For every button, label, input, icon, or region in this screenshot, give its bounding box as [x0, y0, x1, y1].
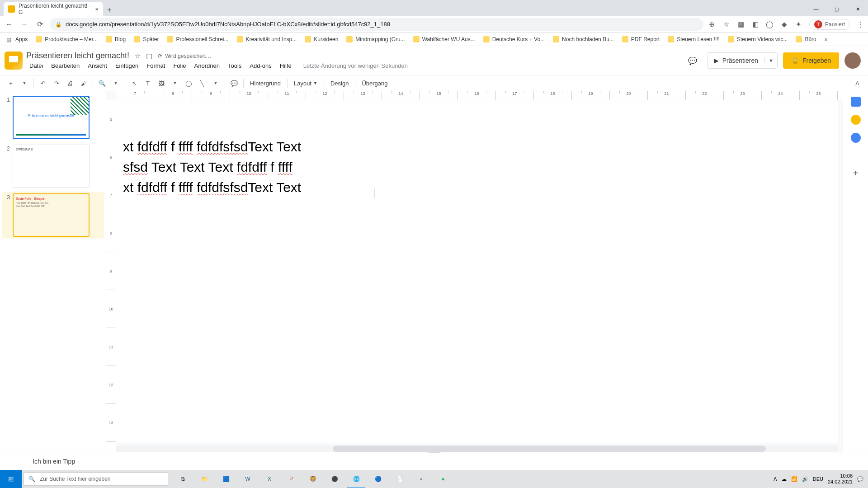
- tray-clock[interactable]: 10:08 24.02.2021: [828, 473, 853, 485]
- slide-thumbnail-2[interactable]: DIPEMMAS: [13, 145, 90, 188]
- calendar-icon[interactable]: [851, 97, 861, 107]
- text-content[interactable]: xt fdfdff f ffff fdfdfsfsdText Text sfsd…: [123, 136, 301, 197]
- browser-tab[interactable]: Präsentieren leicht gemacht! - G ×: [4, 2, 103, 16]
- ext3-icon[interactable]: ◆: [780, 20, 788, 28]
- share-button[interactable]: 🔒 Freigeben: [783, 52, 839, 69]
- bookmark-overflow[interactable]: »: [822, 34, 830, 44]
- ruler-horizontal[interactable]: 78910111213141516171819202122232425: [116, 91, 843, 100]
- excel-icon[interactable]: X: [259, 470, 280, 488]
- forward-button[interactable]: →: [19, 19, 30, 30]
- horizontal-scrollbar[interactable]: [116, 446, 838, 452]
- minimize-button[interactable]: —: [806, 2, 826, 16]
- bookmark-apps[interactable]: ⊞Apps: [4, 34, 30, 44]
- new-slide-button[interactable]: +: [5, 77, 17, 89]
- bookmark-item[interactable]: Kreativität und Insp...: [234, 34, 300, 44]
- undo-button[interactable]: ↶: [37, 77, 49, 89]
- spotify-icon[interactable]: ●: [432, 470, 454, 488]
- zoom-button[interactable]: 🔍: [96, 77, 108, 89]
- word-icon[interactable]: W: [237, 470, 259, 488]
- line-dropdown[interactable]: ▼: [209, 77, 222, 89]
- notepad-icon[interactable]: 📄: [389, 470, 410, 488]
- slide-thumbnail-1[interactable]: Präsentieren leicht gemacht!: [13, 96, 90, 139]
- shape-tool[interactable]: ◯: [182, 77, 195, 89]
- menu-einfuegen[interactable]: Einfügen: [112, 61, 142, 70]
- ext2-icon[interactable]: ◯: [766, 20, 774, 28]
- image-dropdown[interactable]: ▼: [169, 77, 181, 89]
- menu-datei[interactable]: Datei: [26, 61, 46, 70]
- tray-notifications-icon[interactable]: 💬: [857, 476, 863, 482]
- select-tool[interactable]: ↖: [128, 77, 141, 89]
- profile-pill[interactable]: T Pausiert: [809, 19, 850, 30]
- bookmark-item[interactable]: Produktsuche – Mer...: [33, 34, 100, 44]
- tasks-icon[interactable]: [851, 133, 861, 143]
- redo-button[interactable]: ↷: [50, 77, 63, 89]
- comment-tool[interactable]: 💬: [228, 77, 241, 89]
- extensions-icon[interactable]: ✦: [795, 20, 803, 28]
- background-button[interactable]: Hintergrund: [246, 77, 284, 89]
- bookmark-item[interactable]: Professionell Schrei...: [164, 34, 231, 44]
- close-window-button[interactable]: ✕: [847, 2, 868, 16]
- bookmark-item[interactable]: PDF Report: [619, 34, 662, 44]
- app-icon[interactable]: 🟦: [215, 470, 237, 488]
- textbox-tool[interactable]: T: [142, 77, 154, 89]
- explorer-icon[interactable]: 📁: [193, 470, 215, 488]
- image-tool[interactable]: 🖼: [155, 77, 168, 89]
- design-button[interactable]: Design: [327, 77, 352, 89]
- doc-title[interactable]: Präsentieren leicht gemacht!: [26, 51, 129, 61]
- chrome-icon[interactable]: 🌐: [345, 470, 367, 488]
- menu-addons[interactable]: Add-ons: [246, 61, 274, 70]
- bookmark-item[interactable]: Wahlfächer WU Aus...: [410, 34, 478, 44]
- speaker-notes[interactable]: Ich bin ein Tipp: [0, 452, 868, 470]
- keep-icon[interactable]: [851, 115, 861, 125]
- tray-cloud-icon[interactable]: ☁: [782, 476, 787, 482]
- bookmark-item[interactable]: Blog: [103, 34, 128, 44]
- new-tab-button[interactable]: +: [103, 4, 116, 16]
- back-button[interactable]: ←: [4, 19, 14, 30]
- account-avatar[interactable]: [844, 52, 861, 69]
- line-tool[interactable]: ╲: [196, 77, 208, 89]
- obs-icon[interactable]: ⚫: [324, 470, 345, 488]
- slides-logo-icon[interactable]: [5, 52, 23, 70]
- move-doc-icon[interactable]: ▢: [146, 52, 152, 60]
- star-doc-icon[interactable]: ☆: [135, 52, 141, 60]
- menu-format[interactable]: Format: [143, 61, 168, 70]
- menu-folie[interactable]: Folie: [170, 61, 189, 70]
- tray-chevron-icon[interactable]: ᐱ: [774, 476, 777, 482]
- bookmark-item[interactable]: Später: [131, 34, 161, 44]
- present-button[interactable]: ▶Präsentieren ▼: [707, 52, 778, 69]
- slide-thumbnail-3[interactable]: Erste Folie - Beispiel Text fdfdff f fff…: [13, 193, 90, 237]
- start-button[interactable]: ⊞: [0, 470, 22, 488]
- menu-icon[interactable]: ⋮: [856, 20, 864, 28]
- slide-canvas[interactable]: xt fdfdff f ffff fdfdfsfsdText Text sfsd…: [116, 100, 838, 443]
- bookmark-item[interactable]: Kursideen: [302, 34, 341, 44]
- tray-wifi-icon[interactable]: 📶: [791, 476, 797, 482]
- transition-button[interactable]: Übergang: [358, 77, 391, 89]
- layout-button[interactable]: Layout ▼: [290, 77, 321, 89]
- present-dropdown[interactable]: ▼: [764, 58, 777, 63]
- print-button[interactable]: 🖨: [64, 77, 76, 89]
- ruler-vertical[interactable]: 5678910111213: [106, 100, 116, 452]
- zoom-dropdown[interactable]: ▼: [109, 77, 122, 89]
- last-edit-text[interactable]: Letzte Änderung vor wenigen Sekunden: [300, 61, 411, 70]
- comments-button[interactable]: 💬: [684, 52, 702, 70]
- menu-hilfe[interactable]: Hilfe: [277, 61, 295, 70]
- tray-lang[interactable]: DEU: [813, 476, 823, 482]
- collapse-toolbar-icon[interactable]: ᐱ: [851, 77, 863, 89]
- add-panel-icon[interactable]: +: [851, 168, 861, 178]
- menu-tools[interactable]: Tools: [225, 61, 245, 70]
- reload-button[interactable]: ⟳: [34, 19, 45, 30]
- brave-icon[interactable]: 🦁: [302, 470, 324, 488]
- maximize-button[interactable]: ▢: [826, 2, 847, 16]
- menu-anordnen[interactable]: Anordnen: [191, 61, 223, 70]
- taskbar-search[interactable]: 🔍 Zur Suche Text hier eingeben: [24, 472, 168, 486]
- edge-icon[interactable]: 🔵: [367, 470, 389, 488]
- address-bar[interactable]: 🔒 docs.google.com/presentation/d/1yV372S…: [50, 18, 703, 31]
- task-view-icon[interactable]: ⧉: [172, 470, 193, 488]
- new-slide-dropdown[interactable]: ▼: [18, 77, 31, 89]
- menu-ansicht[interactable]: Ansicht: [85, 61, 110, 70]
- bookmark-item[interactable]: Büro: [793, 34, 819, 44]
- app2-icon[interactable]: ▫: [410, 470, 432, 488]
- tray-volume-icon[interactable]: 🔊: [802, 476, 808, 482]
- paint-format-button[interactable]: 🖌: [77, 77, 90, 89]
- close-tab-icon[interactable]: ×: [95, 6, 99, 13]
